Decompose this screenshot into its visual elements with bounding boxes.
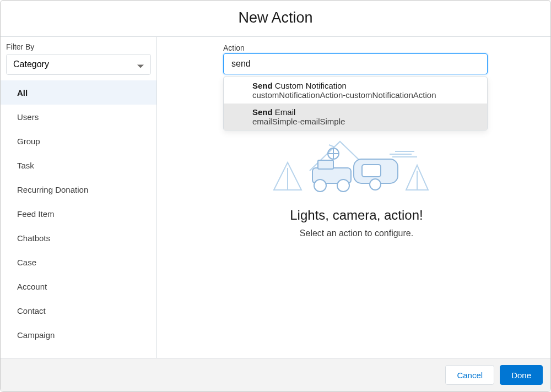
suggestion-detail: customNotificationAction-customNotificat… [252,90,482,100]
main-panel: Action Send Custom NotificationcustomNot… [157,37,550,358]
suggestion-detail: emailSimple-emailSimple [252,117,482,126]
suggestion-title: Send Email [252,107,482,117]
svg-point-8 [337,179,349,192]
action-suggestions-dropdown: Send Custom NotificationcustomNotificati… [223,77,488,130]
svg-rect-3 [362,165,381,177]
filter-category-value: Category [13,59,49,69]
dialog-footer: Cancel Done [1,358,550,391]
dialog-body: Filter By Category AllUsersGroupTaskRecu… [1,37,550,358]
action-search-input[interactable] [223,53,488,74]
empty-state-subline: Select an action to configure. [300,228,413,238]
sidebar-category-item[interactable]: Case [1,250,156,274]
empty-state-headline: Lights, camera, action! [290,208,423,223]
sidebar: Filter By Category AllUsersGroupTaskRecu… [1,37,157,358]
cancel-button[interactable]: Cancel [445,365,494,385]
suggestion-title: Send Custom Notification [252,81,482,90]
camping-illustration [257,135,456,195]
sidebar-category-item[interactable]: Account [1,274,156,298]
done-button[interactable]: Done [500,365,543,385]
sidebar-category-item[interactable]: Users [1,105,156,129]
svg-point-4 [370,179,381,190]
category-list: AllUsersGroupTaskRecurring DonationFeed … [1,80,156,347]
filter-by-label: Filter By [1,42,156,54]
suggestion-item[interactable]: Send EmailemailSimple-emailSimple [224,104,487,130]
sidebar-category-item[interactable]: Group [1,129,156,153]
suggestion-item[interactable]: Send Custom NotificationcustomNotificati… [224,77,487,104]
sidebar-category-item[interactable]: Recurring Donation [1,177,156,202]
sidebar-category-item[interactable]: All [1,80,156,105]
sidebar-category-item[interactable]: Feed Item [1,202,156,226]
sidebar-category-item[interactable]: Contact [1,298,156,323]
sidebar-category-item[interactable]: Task [1,153,156,177]
sidebar-category-item[interactable]: Chatbots [1,226,156,250]
svg-point-7 [314,179,326,192]
empty-state: Lights, camera, action! Select an action… [223,135,490,238]
dialog-header: New Action [1,1,550,37]
dialog-title: New Action [1,9,550,26]
sidebar-category-item[interactable]: Campaign [1,323,156,347]
action-field-label: Action [223,43,490,52]
filter-category-dropdown[interactable]: Category [6,54,151,75]
chevron-down-icon [137,61,144,68]
svg-rect-6 [318,160,333,169]
